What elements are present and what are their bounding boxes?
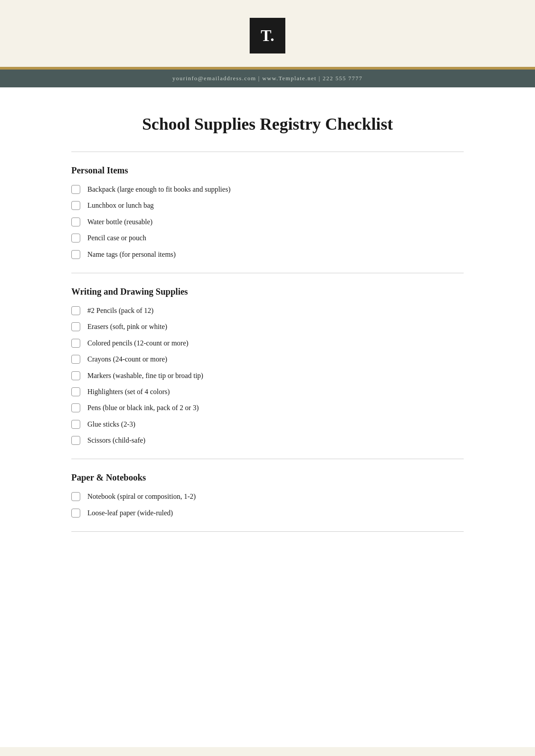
checkbox[interactable] [71,250,80,259]
logo-text: T. [261,26,274,45]
section-title-personal-items: Personal Items [71,165,464,176]
list-item: Markers (washable, fine tip or broad tip… [71,371,464,381]
checklist-writing-drawing: #2 Pencils (pack of 12)Erasers (soft, pi… [71,306,464,446]
header-logo-area: T. [0,0,535,67]
item-label: Notebook (spiral or composition, 1-2) [87,492,196,501]
checkbox[interactable] [71,355,80,364]
list-item: Loose-leaf paper (wide-ruled) [71,508,464,518]
item-label: Erasers (soft, pink or white) [87,322,167,332]
contact-bar: yourinfo@emailaddress.com | www.Template… [0,70,535,87]
checkbox[interactable] [71,420,80,429]
list-item: #2 Pencils (pack of 12) [71,306,464,316]
item-label: Crayons (24-count or more) [87,354,167,364]
list-item: Name tags (for personal items) [71,250,464,259]
list-item: Notebook (spiral or composition, 1-2) [71,492,464,501]
checkbox[interactable] [71,387,80,396]
checkbox[interactable] [71,218,80,226]
list-item: Water bottle (reusable) [71,217,464,227]
checklist-paper-notebooks: Notebook (spiral or composition, 1-2)Loo… [71,492,464,518]
checkbox[interactable] [71,436,80,445]
top-divider [71,152,464,152]
list-item: Pens (blue or black ink, pack of 2 or 3) [71,403,464,413]
item-label: Water bottle (reusable) [87,217,152,227]
list-item: Crayons (24-count or more) [71,354,464,364]
main-content: School Supplies Registry Checklist Perso… [0,87,535,747]
list-item: Backpack (large enough to fit books and … [71,185,464,194]
section-title-paper-notebooks: Paper & Notebooks [71,472,464,483]
checklist-personal-items: Backpack (large enough to fit books and … [71,185,464,259]
page-title: School Supplies Registry Checklist [71,114,464,134]
list-item: Colored pencils (12-count or more) [71,338,464,348]
checkbox[interactable] [71,234,80,242]
checkbox[interactable] [71,306,80,315]
checkbox[interactable] [71,339,80,348]
item-label: Highlighters (set of 4 colors) [87,387,170,397]
item-label: Markers (washable, fine tip or broad tip… [87,371,203,381]
item-label: Backpack (large enough to fit books and … [87,185,230,194]
checkbox[interactable] [71,201,80,210]
divider-personal-items [71,273,464,273]
logo-box: T. [250,18,285,53]
section-personal-items: Personal ItemsBackpack (large enough to … [71,165,464,273]
divider-paper-notebooks [71,531,464,532]
item-label: Glue sticks (2-3) [87,419,136,429]
divider-writing-drawing [71,459,464,459]
item-label: Pens (blue or black ink, pack of 2 or 3) [87,403,199,413]
item-label: Scissors (child-safe) [87,436,145,445]
checkbox[interactable] [71,371,80,380]
list-item: Erasers (soft, pink or white) [71,322,464,332]
section-paper-notebooks: Paper & NotebooksNotebook (spiral or com… [71,472,464,532]
section-title-writing-drawing: Writing and Drawing Supplies [71,287,464,297]
list-item: Lunchbox or lunch bag [71,201,464,210]
checkbox[interactable] [71,322,80,331]
item-label: Lunchbox or lunch bag [87,201,154,210]
item-label: Pencil case or pouch [87,233,146,243]
checkbox[interactable] [71,492,80,501]
item-label: Loose-leaf paper (wide-ruled) [87,508,173,518]
checkbox[interactable] [71,403,80,412]
item-label: Name tags (for personal items) [87,250,176,259]
checkbox[interactable] [71,509,80,518]
sections-container: Personal ItemsBackpack (large enough to … [71,165,464,532]
list-item: Pencil case or pouch [71,233,464,243]
contact-info: yourinfo@emailaddress.com | www.Template… [173,75,362,82]
item-label: Colored pencils (12-count or more) [87,338,189,348]
checkbox[interactable] [71,185,80,194]
list-item: Glue sticks (2-3) [71,419,464,429]
section-writing-drawing: Writing and Drawing Supplies#2 Pencils (… [71,287,464,460]
list-item: Highlighters (set of 4 colors) [71,387,464,397]
list-item: Scissors (child-safe) [71,436,464,445]
item-label: #2 Pencils (pack of 12) [87,306,153,316]
